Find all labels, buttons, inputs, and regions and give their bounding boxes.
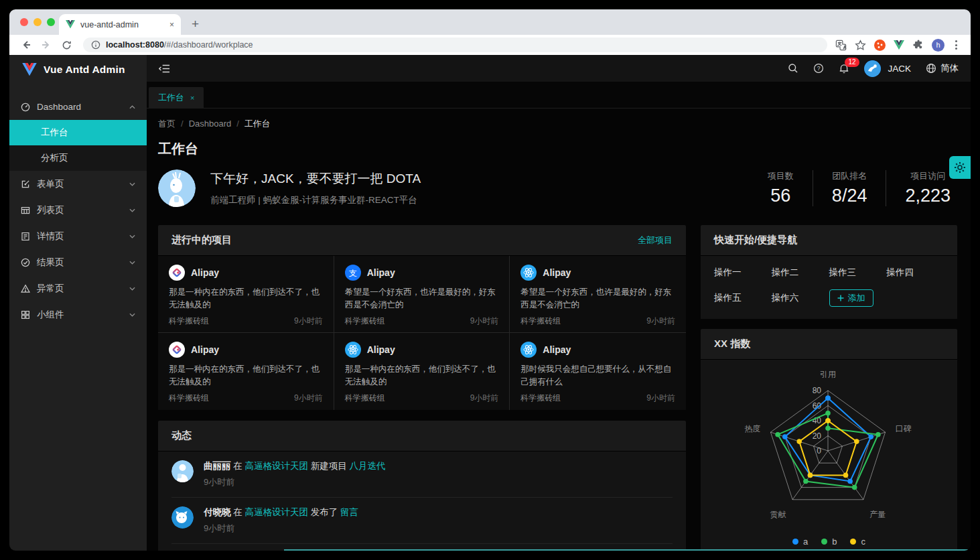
project-description: 那是一种内在的东西，他们到达不了，也无法触及的: [169, 286, 323, 312]
project-name[interactable]: Alipay: [367, 267, 395, 278]
legend-item-c[interactable]: c: [850, 537, 865, 547]
project-name[interactable]: Alipay: [191, 344, 219, 355]
all-projects-link[interactable]: 全部项目: [638, 234, 673, 247]
index-radar-card: XX 指数 020406080引用口碑产量贡献热度 abc: [701, 329, 957, 551]
project-name[interactable]: Alipay: [543, 344, 571, 355]
sidebar-item-label: Dashboard: [37, 102, 81, 112]
quicknav-link[interactable]: 操作二: [772, 267, 829, 279]
extension-orange-icon[interactable]: [874, 40, 886, 51]
main-area: ? 12 JACK 简体: [147, 55, 971, 551]
project-group[interactable]: 科学搬砖组: [520, 393, 561, 404]
project-card[interactable]: Alipay那是一种内在的东西，他们到达不了，也无法触及的科学搬砖组9小时前: [158, 333, 334, 410]
username-label[interactable]: JACK: [888, 64, 911, 74]
menu-fold-icon[interactable]: [159, 64, 170, 74]
activities-card-title: 动态: [171, 429, 192, 442]
project-name[interactable]: Alipay: [543, 267, 571, 278]
translate-icon[interactable]: [835, 40, 847, 51]
greeting-subtitle: 前端工程师 | 蚂蚁金服-计算服务事业群-REACT平台: [210, 194, 421, 206]
project-name[interactable]: Alipay: [367, 344, 395, 355]
breadcrumb-home[interactable]: 首页: [158, 119, 176, 129]
chevron-up-icon: [129, 105, 135, 109]
sidebar-item-result[interactable]: 结果页: [9, 249, 147, 275]
quicknav-link[interactable]: 操作一: [714, 267, 772, 279]
add-operation-button[interactable]: 添加: [829, 289, 873, 307]
sidebar-item-form[interactable]: 表单页: [9, 171, 147, 197]
quicknav-link[interactable]: 操作三: [829, 267, 887, 279]
plus-icon: [837, 295, 844, 301]
browser-toolbar: localhost:8080/#/dashboard/workplace h: [9, 35, 971, 55]
app-logo[interactable]: Vue Antd Admin: [9, 55, 147, 84]
browser-menu-icon[interactable]: [953, 40, 960, 50]
project-card[interactable]: Alipay那时候我只会想自己想要什么，从不想自己拥有什么科学搬砖组9小时前: [510, 333, 686, 410]
sidebar-item-detail[interactable]: 详情页: [9, 223, 147, 249]
greeting-title: 下午好，JACK，要不要打一把 DOTA: [210, 170, 421, 188]
activity-target-link[interactable]: 八月迭代: [350, 461, 386, 471]
page-tab-close-icon[interactable]: ×: [190, 94, 194, 102]
stat-project-visits: 项目访问 2,223: [886, 170, 957, 206]
breadcrumb: 首页/Dashboard/工作台: [158, 118, 957, 130]
sidebar-item-exception[interactable]: 异常页: [9, 275, 147, 301]
tab-close-icon[interactable]: ×: [169, 20, 174, 29]
project-card[interactable]: 支Alipay希望是一个好东西，也许是最好的，好东西是不会消亡的科学搬砖组9小时…: [334, 256, 510, 333]
legend-item-a[interactable]: a: [792, 537, 808, 547]
quicknav-link[interactable]: 操作六: [772, 292, 829, 304]
activity-group-link[interactable]: 高逼格设计天团: [245, 507, 309, 517]
sidebar-item-workplace[interactable]: 工作台: [9, 120, 147, 145]
site-info-icon[interactable]: [91, 40, 100, 50]
sidebar-item-label: 结果页: [37, 257, 64, 269]
vue-devtools-icon[interactable]: [894, 40, 904, 50]
new-tab-button[interactable]: +: [192, 19, 199, 29]
project-card[interactable]: Alipay那是一种内在的东西，他们到达不了，也无法触及的科学搬砖组9小时前: [158, 256, 334, 333]
activity-list: 曲丽丽 在 高逼格设计天团 新建项目 八月迭代 9小时前: [158, 451, 686, 551]
project-group[interactable]: 科学搬砖组: [345, 393, 385, 404]
project-group[interactable]: 科学搬砖组: [520, 316, 561, 327]
stat-team-rank: 团队排名 8/24: [813, 170, 886, 206]
project-group[interactable]: 科学搬砖组: [169, 393, 209, 404]
activity-text: 曲丽丽 在 高逼格设计天团 新建项目 八月迭代: [204, 460, 386, 472]
address-bar[interactable]: localhost:8080/#/dashboard/workplace: [83, 38, 827, 52]
project-description: 希望是一个好东西，也许是最好的，好东西是不会消亡的: [345, 286, 499, 312]
page-tab-workplace[interactable]: 工作台 ×: [149, 87, 204, 108]
block-icon: [21, 310, 30, 320]
back-icon[interactable]: [17, 38, 35, 52]
forward-icon[interactable]: [38, 38, 55, 52]
bookmark-star-icon[interactable]: [855, 40, 866, 51]
language-switcher[interactable]: 简体: [926, 62, 959, 74]
project-name[interactable]: Alipay: [191, 267, 219, 278]
gear-icon: [954, 161, 966, 173]
close-window-button[interactable]: [20, 18, 28, 26]
help-icon[interactable]: ?: [813, 63, 824, 74]
chevron-down-icon: [129, 313, 135, 317]
svg-text:贡献: 贡献: [770, 510, 786, 519]
project-card[interactable]: Alipay那是一种内在的东西，他们到达不了，也无法触及的科学搬砖组9小时前: [334, 333, 510, 410]
sidebar-item-widgets[interactable]: 小组件: [9, 301, 147, 328]
activity-group-link[interactable]: 高逼格设计天团: [245, 461, 309, 471]
quicknav-link[interactable]: 操作五: [714, 292, 772, 304]
maximize-window-button[interactable]: [47, 18, 55, 26]
breadcrumb-dashboard[interactable]: Dashboard: [189, 119, 232, 129]
notification-bell[interactable]: 12: [839, 63, 849, 74]
quicknav-link[interactable]: 操作四: [886, 267, 944, 279]
sidebar-item-dashboard[interactable]: Dashboard: [9, 94, 147, 120]
sidebar-item-label: 详情页: [37, 230, 64, 242]
project-group[interactable]: 科学搬砖组: [345, 316, 385, 327]
globe-icon: [926, 63, 936, 74]
search-icon[interactable]: [788, 63, 798, 74]
extensions-puzzle-icon[interactable]: [912, 40, 924, 51]
browser-profile-avatar[interactable]: h: [932, 39, 944, 52]
browser-tab[interactable]: vue-antd-admin ×: [59, 14, 181, 35]
sidebar-item-list[interactable]: 列表页: [9, 197, 147, 223]
minimize-window-button[interactable]: [33, 18, 42, 26]
settings-drawer-button[interactable]: [949, 156, 971, 179]
sidebar-item-analysis[interactable]: 分析页: [9, 145, 147, 171]
svg-text:支: 支: [349, 269, 357, 278]
activity-avatar: [171, 460, 194, 482]
project-group[interactable]: 科学搬砖组: [169, 316, 209, 327]
app-title: Vue Antd Admin: [44, 64, 125, 76]
activity-target-link[interactable]: 留言: [340, 507, 358, 517]
legend-item-b[interactable]: b: [821, 537, 837, 547]
user-avatar[interactable]: [864, 60, 881, 77]
radar-card-title: XX 指数: [714, 338, 750, 350]
reload-icon[interactable]: [58, 38, 75, 52]
project-card[interactable]: Alipay希望是一个好东西，也许是最好的，好东西是不会消亡的科学搬砖组9小时前: [510, 256, 686, 333]
